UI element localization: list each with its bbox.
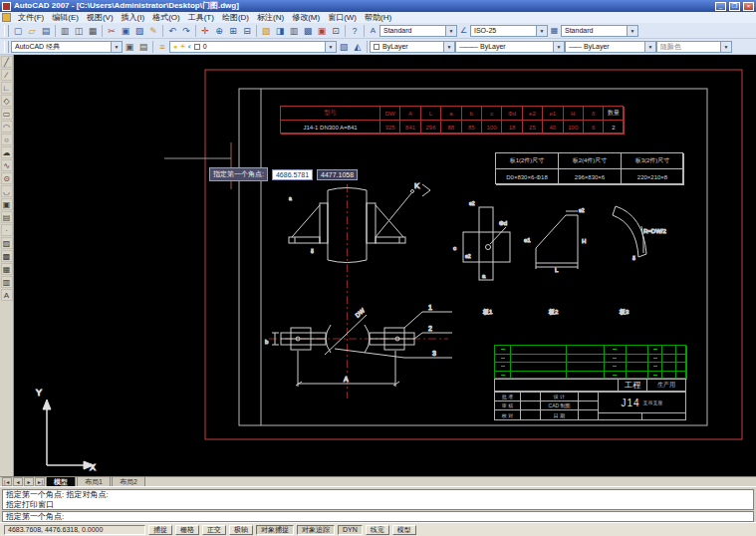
dyn-button[interactable]: DYN — [338, 525, 363, 535]
dim-style-select[interactable]: ISO-25 ▼ — [470, 25, 548, 37]
properties-button[interactable]: ▧ — [259, 24, 273, 38]
help-button[interactable]: ? — [348, 24, 362, 38]
pan-button[interactable]: ✛ — [198, 24, 212, 38]
color-select[interactable]: ByLayer ▼ — [370, 41, 455, 53]
insert-block-tool[interactable]: ▣ — [1, 198, 13, 210]
sheet-set-button[interactable]: ▩ — [301, 24, 315, 38]
tab-first-button[interactable]: |◄ — [2, 477, 12, 486]
hatch-tool[interactable]: ▨ — [1, 237, 13, 249]
calculator-button[interactable]: ⊡ — [329, 24, 343, 38]
tab-prev-button[interactable]: ◄ — [13, 477, 23, 486]
revcloud-tool[interactable]: ☁ — [1, 146, 13, 158]
otrack-button[interactable]: 对象追踪 — [297, 525, 335, 535]
command-history[interactable]: 指定第一个角点: 指定对角点: 指定打印窗口 — [2, 489, 754, 510]
plot-button[interactable]: ▥ — [58, 24, 72, 38]
line-tool[interactable]: ╱ — [1, 56, 13, 68]
command-input[interactable]: 指定第一个角点: — [2, 511, 754, 522]
chevron-down-icon[interactable]: ▼ — [325, 42, 336, 52]
point-tool[interactable]: · — [1, 224, 13, 236]
circle-tool[interactable]: ○ — [1, 134, 13, 145]
make-block-tool[interactable]: ▤ — [1, 211, 13, 223]
make-object-layer-current-button[interactable]: ▧ — [337, 40, 351, 54]
chevron-down-icon[interactable]: ▼ — [627, 26, 637, 36]
zoom-window-button[interactable]: ⊞ — [226, 24, 240, 38]
menu-item-help[interactable]: 帮助(H) — [361, 12, 395, 23]
chevron-down-icon[interactable]: ▼ — [536, 26, 547, 36]
text-style-select[interactable]: Standard ▼ — [379, 25, 457, 37]
arc-tool[interactable]: ◠ — [1, 121, 13, 133]
gradient-tool[interactable]: ▩ — [1, 250, 13, 262]
lwt-button[interactable]: 线宽 — [366, 525, 389, 535]
close-button[interactable]: × — [743, 2, 754, 11]
layer-select[interactable]: ● ☀ ◐ 0 ▼ — [169, 41, 337, 53]
region-tool[interactable]: ▦ — [1, 263, 13, 275]
menu-item-format[interactable]: 格式(O) — [148, 12, 184, 23]
workspace-select[interactable]: AutoCAD 经典 ▼ — [11, 41, 123, 53]
chevron-down-icon[interactable]: ▼ — [644, 42, 655, 52]
grid-button[interactable]: 栅格 — [175, 525, 199, 535]
tab-layout1[interactable]: 布局1 — [77, 476, 111, 486]
chevron-down-icon[interactable]: ▼ — [443, 42, 454, 52]
plot-preview-button[interactable]: ◫ — [72, 24, 86, 38]
plot-style-select[interactable]: 随颜色 ▼ — [656, 41, 732, 53]
cut-button[interactable]: ✂ — [105, 24, 119, 38]
layer-previous-button[interactable]: ◭ — [351, 40, 365, 54]
publish-button[interactable]: ▦ — [86, 24, 100, 38]
menu-item-window[interactable]: 窗口(W) — [324, 12, 361, 23]
menu-item-view[interactable]: 视图(V) — [83, 12, 118, 23]
chevron-down-icon[interactable]: ▼ — [553, 42, 564, 52]
tool-palettes-button[interactable]: ▥ — [287, 24, 301, 38]
menu-item-insert[interactable]: 插入(I) — [118, 12, 149, 23]
mtext-tool[interactable]: A — [1, 289, 13, 301]
ortho-button[interactable]: 正交 — [202, 525, 226, 535]
lineweight-select[interactable]: —— ByLayer ▼ — [565, 41, 656, 53]
snap-button[interactable]: 捕捉 — [148, 525, 172, 535]
table-style-select[interactable]: Standard ▼ — [561, 25, 638, 37]
menu-item-draw[interactable]: 绘图(D) — [218, 12, 253, 23]
zoom-realtime-button[interactable]: ⊕ — [212, 24, 226, 38]
polar-button[interactable]: 极轴 — [229, 525, 253, 535]
save-workspace-button[interactable]: ▤ — [136, 40, 150, 54]
markup-button[interactable]: ▣ — [315, 24, 329, 38]
paste-button[interactable]: ▨ — [132, 24, 146, 38]
menu-item-file[interactable]: 文件(F) — [14, 12, 48, 23]
spline-tool[interactable]: ∿ — [1, 159, 13, 171]
minimize-button[interactable]: _ — [715, 2, 726, 11]
menu-item-dimension[interactable]: 标注(N) — [253, 12, 288, 23]
toolbar-grip[interactable] — [4, 25, 9, 37]
ellipse-tool[interactable]: ⊙ — [1, 172, 13, 184]
model-button[interactable]: 模型 — [392, 525, 416, 535]
designcenter-button[interactable]: ◨ — [273, 24, 287, 38]
dyn-x-input[interactable]: 4686.5781 — [272, 169, 313, 180]
menu-item-modify[interactable]: 修改(M) — [288, 12, 324, 23]
tab-model[interactable]: 模型 — [46, 476, 76, 486]
drawing-canvas[interactable]: K a δ Φd e2 c e2 a 板1 e2 — [14, 55, 756, 476]
coords-readout[interactable]: 4683.7608, 4476.6318, 0.0000 — [4, 525, 145, 535]
tab-last-button[interactable]: ►| — [35, 477, 45, 486]
osnap-button[interactable]: 对象捕捉 — [256, 525, 294, 535]
zoom-previous-button[interactable]: ⊟ — [240, 24, 254, 38]
tab-layout2[interactable]: 布局2 — [112, 476, 145, 486]
layer-lock-icon[interactable]: ◐ — [188, 43, 192, 50]
chevron-down-icon[interactable]: ▼ — [111, 42, 122, 52]
open-button[interactable]: ▱ — [25, 24, 39, 38]
table-tool[interactable]: ▥ — [1, 276, 13, 288]
layer-on-icon[interactable]: ● — [173, 43, 177, 50]
match-properties-button[interactable]: ✎ — [146, 24, 160, 38]
new-button[interactable]: ▢ — [11, 24, 25, 38]
polygon-tool[interactable]: ◇ — [1, 95, 13, 107]
chevron-down-icon[interactable]: ▼ — [445, 26, 456, 36]
undo-button[interactable]: ↶ — [165, 24, 179, 38]
linetype-select[interactable]: ——— ByLayer ▼ — [455, 41, 565, 53]
polyline-tool[interactable]: ∟ — [1, 82, 13, 94]
restore-button[interactable]: ❐ — [729, 2, 740, 11]
tab-next-button[interactable]: ► — [24, 477, 34, 486]
menu-item-tools[interactable]: 工具(T) — [184, 12, 218, 23]
layer-properties-button[interactable]: ≡ — [155, 40, 169, 54]
copy-button[interactable]: ▣ — [119, 24, 132, 38]
toolbar-grip[interactable] — [4, 41, 9, 53]
redo-button[interactable]: ↷ — [179, 24, 193, 38]
layer-freeze-icon[interactable]: ☀ — [179, 43, 185, 51]
menu-item-edit[interactable]: 编辑(E) — [48, 12, 83, 23]
save-button[interactable]: ▤ — [39, 24, 53, 38]
